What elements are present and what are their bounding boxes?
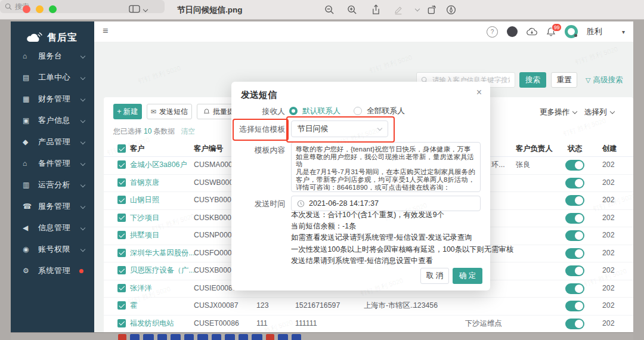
fullscreen-window-button[interactable] xyxy=(49,5,57,13)
chevron-down-icon xyxy=(80,247,85,252)
mail-icon: ✉ xyxy=(151,108,156,116)
user-menu-caret-icon[interactable]: ▾ xyxy=(622,29,625,35)
cropped-glyph xyxy=(252,334,262,340)
table-row[interactable]: 霍 CUSJX00087 123 15216716597 上海市-市辖区... … xyxy=(104,297,633,316)
cropped-glyph xyxy=(157,334,167,340)
advanced-search-link[interactable]: ▽ 高级搜索 xyxy=(586,75,623,85)
select-all-checkbox[interactable] xyxy=(117,144,126,153)
chevron-down-icon xyxy=(80,97,85,101)
minimize-window-button[interactable] xyxy=(36,5,44,13)
plus-icon: + xyxy=(117,107,121,116)
sidebar-item-finance[interactable]: ▦财务管理 xyxy=(11,89,94,109)
row-checkbox[interactable] xyxy=(117,196,126,204)
table-row[interactable]: 福发纺织电站 CUSET00086 111 111111 下沙运维点 202 xyxy=(104,315,633,333)
brand-name: 售后宝 xyxy=(47,32,78,44)
rotate-button[interactable] xyxy=(426,4,438,15)
megaphone-icon: ◀ xyxy=(23,224,33,232)
confirm-button[interactable]: 确 定 xyxy=(453,268,482,284)
status-toggle[interactable] xyxy=(565,230,584,241)
cancel-button[interactable]: 取 消 xyxy=(420,268,449,284)
notifications-bell-icon[interactable]: 99 xyxy=(546,27,556,36)
radio-default-contact[interactable] xyxy=(289,107,298,115)
cropped-glyph xyxy=(212,334,221,340)
chevron-down-icon xyxy=(80,204,85,209)
row-checkbox[interactable] xyxy=(117,266,126,274)
status-toggle[interactable] xyxy=(565,319,584,329)
radio-all-contacts[interactable] xyxy=(354,107,362,115)
close-window-button[interactable] xyxy=(23,5,30,13)
send-time-label: 发送时间 xyxy=(231,199,285,209)
row-checkbox[interactable] xyxy=(117,160,126,169)
selection-summary: 您已选择10条数据清空 xyxy=(113,126,195,137)
share-button[interactable] xyxy=(370,4,382,15)
zoom-out-button[interactable] xyxy=(323,4,335,15)
cropped-glyph xyxy=(130,334,140,340)
status-toggle[interactable] xyxy=(565,213,584,224)
send-sms-button[interactable]: ✉ 发送短信 xyxy=(147,104,192,119)
chevron-down-icon xyxy=(80,118,85,123)
cropped-glyph xyxy=(292,334,301,340)
row-checkbox[interactable] xyxy=(117,284,126,292)
new-customer-button[interactable]: + 新建 xyxy=(113,104,142,119)
clear-selection-link[interactable]: 清空 xyxy=(181,127,195,135)
status-toggle[interactable] xyxy=(565,160,584,171)
row-checkbox[interactable] xyxy=(117,231,126,239)
help-icon[interactable]: ? xyxy=(487,26,498,38)
sidebar-item-spare-parts[interactable]: ⌂备件管理 xyxy=(11,153,94,174)
cropped-glyph xyxy=(143,334,154,340)
markup-tools-button[interactable] xyxy=(445,4,457,15)
sidebar-item-service-desk[interactable]: ⌂服务台 xyxy=(11,46,94,66)
cropped-caption-strip xyxy=(11,332,633,340)
chevron-down-icon xyxy=(80,54,85,58)
sidebar-item-system-mgmt[interactable]: ⚙系统管理 xyxy=(11,261,94,281)
sidebar-item-analytics[interactable]: ▥运营分析 xyxy=(11,175,94,195)
sidebar-item-service-mgmt[interactable]: ☎服务管理 xyxy=(11,196,94,217)
assistant-icon[interactable] xyxy=(507,26,518,37)
note-line: 发送结果请到系统管理-短信消息设置中查看 xyxy=(291,255,513,267)
chevron-down-icon xyxy=(143,7,148,11)
reset-button[interactable]: 重置 xyxy=(551,72,577,88)
note-line: 当前短信余额：-1条 xyxy=(291,221,513,232)
status-toggle[interactable] xyxy=(565,195,584,206)
template-content-textarea[interactable]: 尊敬的客户您好，{tenant}祝您节日快乐，身体健康，万事如意尊敬的用户您好，… xyxy=(291,142,481,192)
search-button[interactable]: 搜索 xyxy=(519,72,546,88)
cropped-glyph xyxy=(171,334,181,340)
app-header: ≡ ? 99 胜利 ▾ xyxy=(94,21,633,42)
sidebar-item-work-orders[interactable]: ▤工单中心 xyxy=(11,67,94,88)
cropped-glyph xyxy=(197,334,208,340)
sidebar-item-info-mgmt[interactable]: ◀信息管理 xyxy=(11,218,94,238)
sidebar-item-products[interactable]: ◆产品管理 xyxy=(11,132,94,152)
markup-pencil-button[interactable] xyxy=(392,4,404,15)
more-actions-dropdown[interactable]: 更多操作 xyxy=(540,107,577,118)
preview-sidebar-toggle[interactable] xyxy=(129,4,147,16)
status-toggle[interactable] xyxy=(565,248,584,259)
zoom-in-button[interactable] xyxy=(346,4,358,15)
avatar[interactable] xyxy=(565,25,578,38)
modal-title: 发送短信 xyxy=(241,89,277,101)
status-toggle[interactable] xyxy=(565,265,584,276)
cloud-download-icon[interactable] xyxy=(527,27,537,36)
product-icon: ◆ xyxy=(23,138,33,146)
row-checkbox[interactable] xyxy=(117,249,126,257)
bell-icon xyxy=(203,108,210,115)
collapse-menu-icon[interactable]: ≡ xyxy=(103,26,108,36)
column-select-dropdown[interactable]: 选择列 xyxy=(584,107,614,118)
note-line: 本次发送：合计10个(含1个重复)，有效发送9个 xyxy=(291,209,513,221)
ticket-icon: ▤ xyxy=(23,73,33,82)
sidebar-item-permissions[interactable]: ◉账号权限 xyxy=(11,239,94,259)
markup-dropdown-chevron[interactable] xyxy=(411,4,423,15)
row-checkbox[interactable] xyxy=(117,214,126,222)
chevron-down-icon xyxy=(572,109,577,114)
status-toggle[interactable] xyxy=(565,283,584,294)
close-modal-icon[interactable]: × xyxy=(476,87,482,98)
clock-icon xyxy=(297,200,305,208)
status-toggle[interactable] xyxy=(565,178,584,188)
row-checkbox[interactable] xyxy=(117,319,126,327)
row-checkbox[interactable] xyxy=(117,301,126,310)
receiver-radio-group: 默认联系人 全部联系人 xyxy=(289,106,405,116)
sidebar-item-customer-info[interactable]: ▣客户信息 xyxy=(11,110,94,131)
status-toggle[interactable] xyxy=(565,301,584,311)
row-checkbox[interactable] xyxy=(117,178,126,187)
wallet-icon: ▦ xyxy=(23,95,33,103)
selected-count: 10 xyxy=(144,127,151,135)
